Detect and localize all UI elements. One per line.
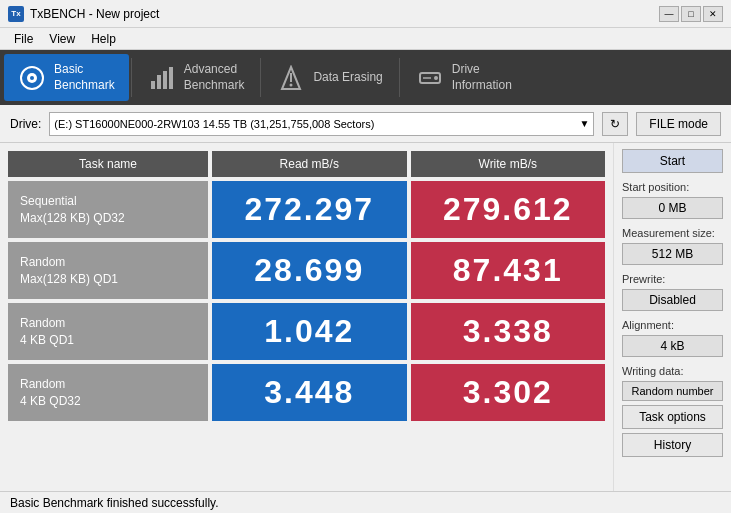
side-panel: Start Start position: 0 MB Measurement s… xyxy=(613,143,731,491)
svg-point-2 xyxy=(30,76,34,80)
task-name-2: Random 4 KB QD1 xyxy=(8,303,208,360)
file-mode-button[interactable]: FILE mode xyxy=(636,112,721,136)
task-name-3: Random 4 KB QD32 xyxy=(8,364,208,421)
menu-file[interactable]: File xyxy=(6,30,41,48)
start-button[interactable]: Start xyxy=(622,149,723,173)
basic-benchmark-label: BasicBenchmark xyxy=(54,62,115,93)
results-panel: Task name Read mB/s Write mB/s Sequentia… xyxy=(0,143,613,491)
menu-view[interactable]: View xyxy=(41,30,83,48)
col-write: Write mB/s xyxy=(411,151,606,177)
tab-basic-benchmark[interactable]: BasicBenchmark xyxy=(4,54,129,101)
writing-data-label: Writing data: xyxy=(622,365,723,377)
toolbar: BasicBenchmark AdvancedBenchmark Data Er… xyxy=(0,50,731,105)
basic-benchmark-icon xyxy=(18,64,46,92)
drive-selector-text: (E:) ST16000NE000-2RW103 14.55 TB (31,25… xyxy=(54,118,579,130)
task-options-button[interactable]: Task options xyxy=(622,405,723,429)
measurement-size-value: 512 MB xyxy=(622,243,723,265)
measurement-size-label: Measurement size: xyxy=(622,227,723,239)
writing-data-value: Random number xyxy=(622,381,723,401)
table-row: Random 4 KB QD32 3.448 3.302 xyxy=(8,364,605,421)
advanced-benchmark-label: AdvancedBenchmark xyxy=(184,62,245,93)
read-value-1: 28.699 xyxy=(212,242,407,299)
write-value-2: 3.338 xyxy=(411,303,606,360)
menu-bar: File View Help xyxy=(0,28,731,50)
read-value-3: 3.448 xyxy=(212,364,407,421)
col-read: Read mB/s xyxy=(212,151,407,177)
main-area: Task name Read mB/s Write mB/s Sequentia… xyxy=(0,143,731,491)
drive-label: Drive: xyxy=(10,117,41,131)
table-row: Random Max(128 KB) QD1 28.699 87.431 xyxy=(8,242,605,299)
status-bar: Basic Benchmark finished successfully. xyxy=(0,491,731,513)
read-value-0: 272.297 xyxy=(212,181,407,238)
drive-refresh-button[interactable]: ↻ xyxy=(602,112,628,136)
app-icon: Tx xyxy=(8,6,24,22)
svg-rect-3 xyxy=(151,81,155,89)
advanced-benchmark-icon xyxy=(148,64,176,92)
start-position-value: 0 MB xyxy=(622,197,723,219)
prewrite-label: Prewrite: xyxy=(622,273,723,285)
title-bar-controls: — □ ✕ xyxy=(659,6,723,22)
alignment-label: Alignment: xyxy=(622,319,723,331)
table-row: Sequential Max(128 KB) QD32 272.297 279.… xyxy=(8,181,605,238)
app-title: TxBENCH - New project xyxy=(30,7,159,21)
start-position-label: Start position: xyxy=(622,181,723,193)
drive-selector[interactable]: (E:) ST16000NE000-2RW103 14.55 TB (31,25… xyxy=(49,112,594,136)
svg-point-11 xyxy=(434,76,438,80)
tab-advanced-benchmark[interactable]: AdvancedBenchmark xyxy=(134,54,259,101)
svg-rect-4 xyxy=(157,75,161,89)
status-text: Basic Benchmark finished successfully. xyxy=(10,496,219,510)
drive-information-icon xyxy=(416,64,444,92)
maximize-button[interactable]: □ xyxy=(681,6,701,22)
title-bar-left: Tx TxBENCH - New project xyxy=(8,6,159,22)
svg-rect-5 xyxy=(163,71,167,89)
table-header: Task name Read mB/s Write mB/s xyxy=(8,151,605,177)
menu-help[interactable]: Help xyxy=(83,30,124,48)
drive-bar: Drive: (E:) ST16000NE000-2RW103 14.55 TB… xyxy=(0,105,731,143)
write-value-0: 279.612 xyxy=(411,181,606,238)
read-value-2: 1.042 xyxy=(212,303,407,360)
alignment-value: 4 kB xyxy=(622,335,723,357)
close-button[interactable]: ✕ xyxy=(703,6,723,22)
prewrite-value: Disabled xyxy=(622,289,723,311)
col-task-name: Task name xyxy=(8,151,208,177)
write-value-3: 3.302 xyxy=(411,364,606,421)
write-value-1: 87.431 xyxy=(411,242,606,299)
table-row: Random 4 KB QD1 1.042 3.338 xyxy=(8,303,605,360)
refresh-icon: ↻ xyxy=(610,117,620,131)
tab-data-erasing[interactable]: Data Erasing xyxy=(263,54,396,101)
svg-rect-6 xyxy=(169,67,173,89)
drive-selector-arrow: ▼ xyxy=(579,118,589,129)
drive-information-label: DriveInformation xyxy=(452,62,512,93)
data-erasing-icon xyxy=(277,64,305,92)
data-erasing-label: Data Erasing xyxy=(313,70,382,86)
history-button[interactable]: History xyxy=(622,433,723,457)
title-bar: Tx TxBENCH - New project — □ ✕ xyxy=(0,0,731,28)
svg-point-9 xyxy=(290,83,293,86)
task-name-0: Sequential Max(128 KB) QD32 xyxy=(8,181,208,238)
minimize-button[interactable]: — xyxy=(659,6,679,22)
tab-drive-information[interactable]: DriveInformation xyxy=(402,54,526,101)
task-name-1: Random Max(128 KB) QD1 xyxy=(8,242,208,299)
